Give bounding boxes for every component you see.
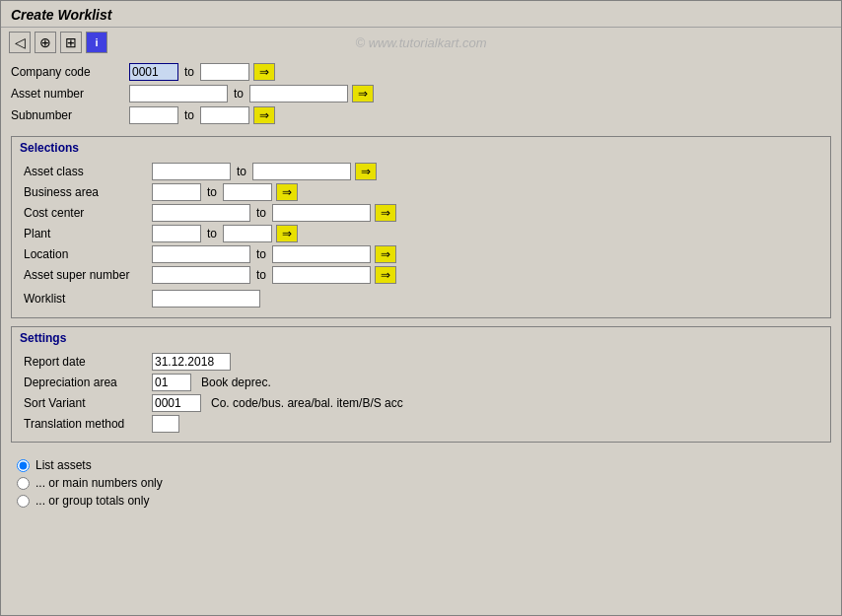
radio-group-totals[interactable]: [17, 495, 30, 508]
plant-label: Plant: [24, 227, 152, 240]
company-code-label: Company code: [11, 65, 129, 79]
asset-number-arrow[interactable]: ⇒: [352, 85, 374, 103]
radio-main-numbers[interactable]: [17, 477, 30, 490]
sort-variant-label: Sort Variant: [24, 396, 152, 410]
sort-variant-input[interactable]: [152, 394, 201, 412]
cost-center-from[interactable]: [152, 204, 250, 222]
radio-row-1: List assets: [17, 458, 825, 472]
company-code-to-input[interactable]: [200, 63, 249, 81]
selections-section: Selections Asset class to ⇒ Business are…: [11, 136, 831, 318]
cost-center-label: Cost center: [24, 206, 152, 220]
toolbar-btn-save[interactable]: ⊕: [35, 32, 56, 53]
asset-number-label: Asset number: [11, 87, 129, 101]
subnumber-arrow[interactable]: ⇒: [253, 106, 275, 124]
asset-class-from[interactable]: [152, 163, 231, 180]
asset-class-label: Asset class: [24, 165, 152, 178]
asset-class-to-lbl: to: [237, 165, 246, 178]
radio-main-numbers-label: ... or main numbers only: [35, 476, 163, 490]
toolbar: ◁ ⊕ ⊞ i © www.tutorialkart.com: [1, 28, 841, 57]
asset-class-arrow[interactable]: ⇒: [355, 163, 377, 180]
location-from[interactable]: [152, 245, 250, 263]
sort-variant-row: Sort Variant Co. code/bus. area/bal. ite…: [24, 394, 818, 412]
business-area-label: Business area: [24, 185, 152, 199]
subnumber-to-input[interactable]: [200, 106, 249, 124]
worklist-input[interactable]: [152, 290, 260, 308]
main-window: Create Worklist ◁ ⊕ ⊞ i © www.tutorialka…: [0, 0, 842, 616]
radio-group-totals-label: ... or group totals only: [35, 494, 149, 508]
radio-row-3: ... or group totals only: [17, 494, 825, 508]
subnumber-to: to: [184, 108, 194, 122]
business-area-row: Business area to ⇒: [24, 183, 818, 201]
business-area-arrow[interactable]: ⇒: [276, 183, 298, 201]
toolbar-btn-back[interactable]: ◁: [9, 32, 31, 53]
asset-class-to[interactable]: [252, 163, 351, 180]
translation-method-row: Translation method: [24, 415, 818, 433]
asset-super-number-to[interactable]: [272, 266, 371, 284]
settings-section: Settings Report date Depreciation area B…: [11, 326, 831, 443]
settings-content: Report date Depreciation area Book depre…: [14, 349, 828, 440]
cost-center-to[interactable]: [272, 204, 371, 222]
asset-super-number-label: Asset super number: [24, 268, 152, 282]
radio-list-assets[interactable]: [17, 459, 30, 472]
toolbar-btn-info[interactable]: i: [86, 32, 107, 53]
cost-center-to-lbl: to: [256, 206, 266, 220]
report-date-label: Report date: [24, 355, 152, 369]
plant-to-lbl: to: [207, 227, 217, 240]
depreciation-area-input[interactable]: [152, 374, 191, 391]
location-label: Location: [24, 247, 152, 261]
subnumber-label: Subnumber: [11, 108, 129, 122]
company-code-arrow[interactable]: ⇒: [253, 63, 275, 81]
location-arrow[interactable]: ⇒: [375, 245, 396, 263]
worklist-label: Worklist: [24, 292, 152, 306]
asset-number-row: Asset number to ⇒: [11, 85, 831, 103]
business-area-to-lbl: to: [207, 185, 217, 199]
location-row: Location to ⇒: [24, 245, 818, 263]
depreciation-area-info: Book deprec.: [201, 376, 271, 389]
main-content: Company code to ⇒ Asset number to ⇒ Subn…: [1, 57, 841, 521]
asset-number-to: to: [234, 87, 244, 101]
radio-group: List assets ... or main numbers only ...…: [11, 450, 831, 515]
asset-super-number-to-lbl: to: [256, 268, 266, 282]
depreciation-area-row: Depreciation area Book deprec.: [24, 374, 818, 391]
plant-from[interactable]: [152, 225, 201, 242]
company-code-input[interactable]: [129, 63, 178, 81]
plant-arrow[interactable]: ⇒: [276, 225, 298, 242]
worklist-row: Worklist: [24, 290, 818, 308]
business-area-from[interactable]: [152, 183, 201, 201]
selections-title: Selections: [14, 139, 828, 159]
location-to-lbl: to: [256, 247, 266, 261]
location-to[interactable]: [272, 245, 371, 263]
settings-title: Settings: [14, 329, 828, 349]
toolbar-btn-find[interactable]: ⊞: [60, 32, 82, 53]
asset-number-input[interactable]: [129, 85, 228, 103]
business-area-to[interactable]: [223, 183, 272, 201]
translation-method-input[interactable]: [152, 415, 179, 433]
report-date-row: Report date: [24, 353, 818, 371]
radio-row-2: ... or main numbers only: [17, 476, 825, 490]
selections-content: Asset class to ⇒ Business area to ⇒ Cost: [14, 159, 828, 315]
depreciation-area-label: Depreciation area: [24, 376, 152, 389]
radio-list-assets-label: List assets: [35, 458, 92, 472]
sort-variant-info: Co. code/bus. area/bal. item/B/S acc: [211, 396, 403, 410]
asset-super-number-arrow[interactable]: ⇒: [375, 266, 396, 284]
window-title: Create Worklist: [11, 7, 831, 23]
cost-center-row: Cost center to ⇒: [24, 204, 818, 222]
asset-number-to-input[interactable]: [249, 85, 348, 103]
company-code-row: Company code to ⇒: [11, 63, 831, 81]
plant-to[interactable]: [223, 225, 272, 242]
report-date-input[interactable]: [152, 353, 231, 371]
asset-super-number-row: Asset super number to ⇒: [24, 266, 818, 284]
translation-method-label: Translation method: [24, 417, 152, 431]
subnumber-row: Subnumber to ⇒: [11, 106, 831, 124]
company-code-to: to: [184, 65, 194, 79]
asset-class-row: Asset class to ⇒: [24, 163, 818, 180]
asset-super-number-from[interactable]: [152, 266, 250, 284]
plant-row: Plant to ⇒: [24, 225, 818, 242]
subnumber-input[interactable]: [129, 106, 178, 124]
title-bar: Create Worklist: [1, 1, 841, 28]
cost-center-arrow[interactable]: ⇒: [375, 204, 396, 222]
watermark: © www.tutorialkart.com: [355, 35, 486, 50]
